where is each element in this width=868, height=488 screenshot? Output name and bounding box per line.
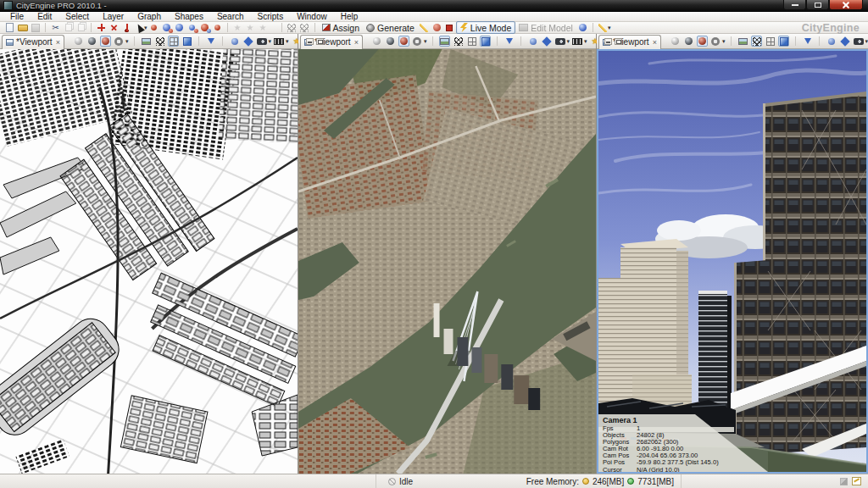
viewport3-tab-close-icon[interactable]: × <box>653 38 657 47</box>
shaded-mode-icon[interactable] <box>371 36 382 47</box>
redo-generate-icon[interactable] <box>298 22 311 33</box>
cleanup-graph-tool-icon[interactable] <box>198 22 211 33</box>
copy-icon[interactable] <box>62 22 75 33</box>
menu-scripts[interactable]: Scripts <box>251 12 291 21</box>
camera-menu-icon[interactable] <box>554 36 565 47</box>
render-settings-icon[interactable] <box>114 36 125 47</box>
open-folder-icon[interactable] <box>16 22 29 33</box>
minimize-button[interactable] <box>783 0 806 10</box>
update-seed-icon[interactable] <box>418 22 431 33</box>
node-tool-icon[interactable] <box>173 22 186 33</box>
compass-toggle-icon[interactable] <box>480 36 491 47</box>
isolate-selection-icon[interactable] <box>205 36 216 47</box>
grid-toggle-icon[interactable] <box>765 36 776 47</box>
camera-menu-dropdown-icon[interactable]: ▾ <box>268 38 271 45</box>
viewport1-canvas[interactable] <box>0 49 298 474</box>
viewport2-canvas[interactable] <box>298 49 596 474</box>
edit-street-tool-icon[interactable] <box>147 22 160 33</box>
viewport1-tab[interactable]: *Viewport × <box>2 35 64 49</box>
viewport1-maximize-icon[interactable] <box>316 38 324 45</box>
cut-icon[interactable]: ✂ <box>49 22 62 33</box>
camera-menu-icon[interactable] <box>256 36 267 47</box>
menu-window[interactable]: Window <box>290 12 334 21</box>
isolate-selection-icon[interactable] <box>504 36 515 47</box>
animation-menu-dropdown-icon[interactable]: ▾ <box>286 38 289 45</box>
snapshot-icon[interactable] <box>737 36 748 47</box>
assign-button[interactable]: Assign <box>319 22 364 33</box>
camera-menu-dropdown-icon[interactable]: ▾ <box>566 38 570 45</box>
wireframe-overlay-icon[interactable] <box>154 36 165 47</box>
new-file-icon[interactable] <box>3 22 16 33</box>
menu-search[interactable]: Search <box>210 12 251 21</box>
menu-layer[interactable]: Layer <box>96 12 131 21</box>
status-tool-icon-2[interactable] <box>852 477 861 485</box>
wireframe-overlay-icon[interactable] <box>751 36 762 47</box>
compass-toggle-icon[interactable] <box>778 36 789 47</box>
curve-tool-icon[interactable] <box>160 22 173 33</box>
align-graph-tool-icon[interactable] <box>211 22 224 33</box>
render-settings-icon[interactable] <box>412 36 423 47</box>
animation-menu-dropdown-icon[interactable]: ▾ <box>584 38 587 45</box>
render-settings-icon[interactable] <box>710 36 721 47</box>
textured-mode-icon[interactable] <box>697 36 708 47</box>
normalize-shapes-icon[interactable]: ★ <box>244 22 257 33</box>
model-hierarchy-icon[interactable] <box>576 22 589 33</box>
render-settings-dropdown-icon[interactable]: ▾ <box>125 38 129 45</box>
segment-tool-icon[interactable] <box>186 22 198 33</box>
frame-selection-icon[interactable] <box>229 36 240 47</box>
viewport2-maximize-icon[interactable] <box>615 38 622 45</box>
generate-button[interactable]: Generate <box>363 22 418 33</box>
tools-wand-dropdown-icon[interactable]: ▾ <box>608 25 611 31</box>
frame-all-icon[interactable] <box>242 36 253 47</box>
frame-all-icon[interactable] <box>541 36 552 47</box>
snapshot-icon[interactable] <box>439 36 450 47</box>
paste-icon[interactable] <box>75 22 87 33</box>
menu-select[interactable]: Select <box>58 12 96 21</box>
stop-generation-icon[interactable] <box>443 22 456 33</box>
scale-graph-tool-icon[interactable] <box>108 22 120 33</box>
wireframe-mode-icon[interactable] <box>683 36 694 47</box>
move-graph-tool-icon[interactable] <box>95 22 108 33</box>
grid-toggle-icon[interactable] <box>168 36 179 47</box>
render-settings-dropdown-icon[interactable]: ▾ <box>424 38 427 45</box>
compass-toggle-icon[interactable] <box>181 36 192 47</box>
menu-shapes[interactable]: Shapes <box>168 12 210 21</box>
wireframe-mode-icon[interactable] <box>86 36 97 47</box>
delete-models-icon[interactable] <box>431 22 443 33</box>
viewport2-tab-close-icon[interactable]: × <box>354 38 359 47</box>
menu-help[interactable]: Help <box>334 12 365 21</box>
viewport1-minimize-icon[interactable] <box>306 38 314 45</box>
textured-mode-icon[interactable] <box>398 36 409 47</box>
textured-mode-icon[interactable] <box>100 36 111 47</box>
maximize-button[interactable] <box>806 0 829 10</box>
rotate-graph-tool-icon[interactable] <box>120 22 133 33</box>
camera-menu-dropdown-icon[interactable]: ▾ <box>865 38 868 45</box>
align-shapes-icon[interactable]: ★ <box>231 22 244 33</box>
viewport3-canvas[interactable]: Camera 1 Fps1 Objects24802 (8) Polygons2… <box>597 49 868 474</box>
reset-shapes-icon[interactable]: ★ <box>257 22 270 33</box>
frame-all-icon[interactable] <box>839 36 850 47</box>
wireframe-mode-icon[interactable] <box>385 36 396 47</box>
save-icon[interactable] <box>29 22 42 33</box>
close-button[interactable] <box>829 0 863 10</box>
frame-selection-icon[interactable] <box>527 36 538 47</box>
live-mode-toggle[interactable]: Live Mode <box>456 21 515 34</box>
menu-graph[interactable]: Graph <box>131 12 168 21</box>
shaded-mode-icon[interactable] <box>73 36 84 47</box>
animation-menu-icon[interactable] <box>274 36 285 47</box>
status-tool-icon-1[interactable] <box>840 478 848 485</box>
menu-edit[interactable]: Edit <box>31 12 58 21</box>
undo-generate-icon[interactable] <box>286 22 298 33</box>
camera-menu-icon[interactable] <box>853 36 864 47</box>
viewport2-minimize-icon[interactable] <box>604 38 612 45</box>
animation-menu-icon[interactable] <box>572 36 583 47</box>
wireframe-overlay-icon[interactable] <box>453 36 464 47</box>
menu-file[interactable]: File <box>3 12 31 21</box>
viewport1-tab-close-icon[interactable]: × <box>56 38 60 47</box>
shaded-mode-icon[interactable] <box>670 36 681 47</box>
render-settings-dropdown-icon[interactable]: ▾ <box>722 38 726 45</box>
grid-toggle-icon[interactable] <box>466 36 477 47</box>
frame-selection-icon[interactable] <box>826 36 837 47</box>
isolate-selection-icon[interactable] <box>802 36 813 47</box>
snapshot-icon[interactable] <box>141 36 152 47</box>
